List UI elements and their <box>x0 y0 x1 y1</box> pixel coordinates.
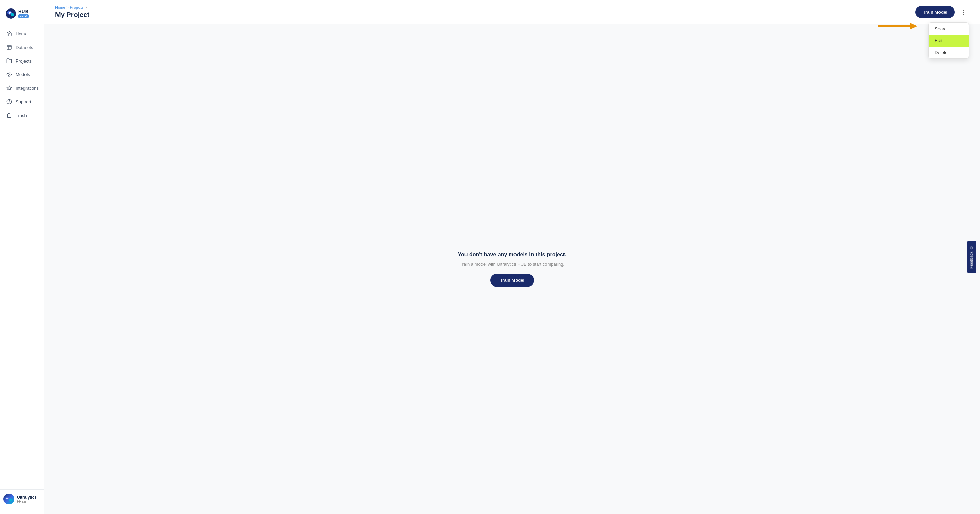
sidebar-item-trash-label: Trash <box>16 113 27 118</box>
home-icon <box>6 30 12 37</box>
breadcrumb: Home > Projects > My Project <box>55 5 89 19</box>
dropdown-menu: Share Edit Delete <box>928 22 969 59</box>
three-dots-icon: ⋮ <box>960 8 966 16</box>
svg-marker-9 <box>7 86 11 90</box>
sidebar: HUB BETA Home D <box>0 0 44 514</box>
feedback-label: Feedback <box>969 251 973 268</box>
svg-point-8 <box>9 74 10 75</box>
ultralytics-logo-icon <box>5 8 16 19</box>
user-name: Ultralytics <box>17 495 37 500</box>
breadcrumb-path: Home > Projects > <box>55 5 89 10</box>
user-profile[interactable]: Ultralytics FREE <box>0 489 44 509</box>
sidebar-item-trash[interactable]: Trash <box>3 109 41 122</box>
breadcrumb-projects[interactable]: Projects <box>70 5 84 10</box>
sidebar-item-datasets-label: Datasets <box>16 45 33 50</box>
logo-hub-label: HUB <box>18 9 29 14</box>
svg-point-3 <box>8 11 11 14</box>
train-model-center-button[interactable]: Train Model <box>490 274 534 287</box>
empty-title: You don't have any models in this projec… <box>458 252 566 258</box>
dropdown-delete[interactable]: Delete <box>929 47 969 59</box>
main-content: Home > Projects > My Project Train Model… <box>44 0 980 514</box>
page-title: My Project <box>55 11 89 19</box>
feedback-icon: ☺ <box>969 246 974 250</box>
sidebar-item-home[interactable]: Home <box>3 27 41 40</box>
models-icon <box>6 71 12 78</box>
trash-icon <box>6 112 12 118</box>
sidebar-item-models[interactable]: Models <box>3 68 41 81</box>
support-icon <box>6 98 12 105</box>
train-model-button[interactable]: Train Model <box>915 6 955 18</box>
sidebar-item-support-label: Support <box>16 99 31 105</box>
sidebar-item-projects-label: Projects <box>16 59 32 63</box>
more-options-button[interactable]: ⋮ <box>958 7 969 17</box>
svg-point-14 <box>6 498 8 500</box>
dropdown-share[interactable]: Share <box>929 23 969 35</box>
empty-state: You don't have any models in this projec… <box>44 24 980 514</box>
logo[interactable]: HUB BETA <box>0 5 44 27</box>
sidebar-item-integrations[interactable]: Integrations <box>3 82 41 95</box>
logo-beta-label: BETA <box>18 14 29 18</box>
sidebar-item-models-label: Models <box>16 72 30 77</box>
sidebar-item-projects[interactable]: Projects <box>3 54 41 67</box>
dropdown-edit[interactable]: Edit <box>929 35 969 47</box>
breadcrumb-home[interactable]: Home <box>55 5 65 10</box>
feedback-button[interactable]: Feedback ☺ <box>967 241 976 273</box>
datasets-icon <box>6 44 12 50</box>
sidebar-item-integrations-label: Integrations <box>16 86 39 91</box>
svg-rect-4 <box>7 45 11 49</box>
empty-subtitle: Train a model with Ultralytics HUB to st… <box>460 262 565 267</box>
svg-point-2 <box>11 13 14 16</box>
avatar <box>3 493 14 504</box>
nav-items: Home Datasets Projects <box>0 27 44 489</box>
user-plan: FREE <box>17 500 37 503</box>
sidebar-item-home-label: Home <box>16 31 27 36</box>
projects-icon <box>6 58 12 64</box>
sidebar-item-support[interactable]: Support <box>3 95 41 108</box>
header-actions: Train Model ⋮ Share Edit Delete <box>915 6 969 18</box>
svg-point-13 <box>9 499 12 502</box>
page-header: Home > Projects > My Project Train Model… <box>44 0 980 24</box>
sidebar-item-datasets[interactable]: Datasets <box>3 41 41 54</box>
integrations-icon <box>6 85 12 91</box>
